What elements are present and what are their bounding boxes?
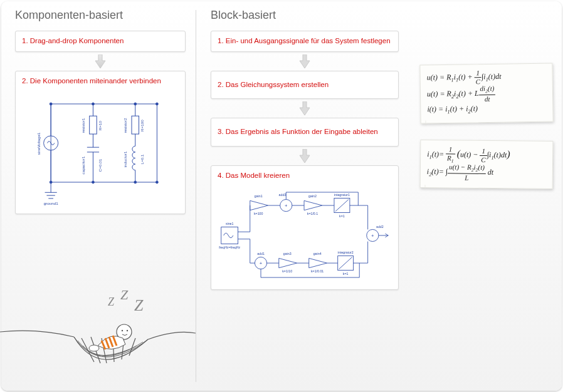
svg-text:freqHz=freqHz: freqHz=freqHz (219, 245, 240, 249)
left-column: Komponenten-basiert 1. Drag-and-drop Kom… (1, 1, 196, 391)
right-title: Block-basiert (211, 9, 552, 22)
svg-text:+: + (260, 260, 263, 266)
equation-note-1: u(t) = R1i1(t) + 1C∫i1(t)dt u(t) = R2i2(… (419, 63, 553, 124)
svg-point-21 (155, 103, 158, 105)
svg-rect-0 (51, 104, 157, 182)
svg-point-25 (155, 181, 158, 183)
svg-text:k=1/10: k=1/10 (282, 269, 292, 273)
svg-text:capacitor1: capacitor1 (81, 156, 85, 174)
arrow-down-icon (15, 54, 186, 68)
svg-text:ground1: ground1 (44, 202, 58, 206)
svg-text:k=1/0.1: k=1/0.1 (307, 212, 318, 215)
svg-point-23 (92, 181, 95, 183)
left-step-2-label: 2. Die Komponenten miteinander verbinden (22, 77, 161, 85)
arrow-down-icon (211, 149, 399, 163)
svg-point-44 (127, 330, 128, 331)
svg-text:C=0.01: C=0.01 (98, 158, 102, 172)
right-step-1: 1. Ein- und Ausgangssignale für das Syst… (211, 31, 399, 52)
svg-text:k=1: k=1 (339, 214, 345, 218)
svg-text:k=1: k=1 (343, 272, 349, 276)
hammock-illustration: Z Z Z (0, 288, 196, 388)
block-diagram: + + (218, 185, 392, 286)
svg-text:add1: add1 (257, 252, 265, 255)
svg-text:sine1: sine1 (226, 222, 234, 225)
svg-text:+: + (285, 203, 288, 209)
svg-point-18 (50, 103, 52, 105)
left-step-2: 2. Die Komponenten miteinander verbinden (15, 71, 186, 215)
svg-point-19 (92, 103, 95, 105)
right-step-4-label: 4. Das Modell kreieren (218, 172, 290, 179)
left-step-1: 1. Drag-and-drop Komponenten (15, 31, 186, 52)
svg-text:gain4: gain4 (313, 252, 322, 255)
svg-text:resistor2: resistor2 (123, 118, 127, 133)
svg-text:Z: Z (108, 296, 115, 308)
svg-text:inductor1: inductor1 (123, 151, 127, 167)
svg-text:gain1: gain1 (255, 194, 263, 198)
svg-text:R=10: R=10 (98, 121, 102, 131)
svg-point-22 (50, 181, 52, 183)
right-step-4: 4. Das Modell kreieren (211, 165, 399, 291)
svg-text:add3: add3 (279, 193, 287, 197)
right-step-2: 2. Das Gleichungssystem erstellen (211, 71, 399, 100)
svg-text:sineVoltage1: sineVoltage1 (36, 132, 41, 155)
svg-text:R=100: R=100 (140, 120, 144, 132)
svg-text:k=100: k=100 (254, 212, 263, 215)
svg-text:+: + (371, 233, 374, 239)
svg-text:L=0.1: L=0.1 (140, 154, 144, 164)
right-column: Block-basiert 1. Ein- und Ausgangssignal… (196, 1, 562, 391)
svg-text:resistor1: resistor1 (81, 118, 85, 133)
svg-rect-9 (90, 116, 97, 134)
svg-point-24 (134, 181, 137, 183)
svg-text:k=1/0.01: k=1/0.01 (311, 269, 324, 273)
svg-text:integrator2: integrator2 (338, 250, 354, 254)
svg-point-45 (89, 345, 99, 351)
left-title: Komponenten-basiert (15, 9, 186, 22)
svg-rect-15 (132, 116, 139, 134)
svg-text:gain2: gain2 (308, 194, 317, 198)
svg-point-43 (122, 330, 123, 331)
svg-text:Z: Z (134, 296, 144, 314)
equation-note-2: i1(t)= 1R1 (u(t) − 1C∫i1(t)dt) i2(t)= ∫u… (420, 140, 554, 189)
svg-text:integrator1: integrator1 (334, 193, 350, 197)
svg-text:add2: add2 (376, 225, 384, 229)
svg-point-20 (134, 103, 137, 105)
circuit-diagram: sineVoltage1 ground1 resistor1 R=10 capa… (22, 91, 179, 210)
arrow-down-icon (211, 54, 399, 68)
arrow-down-icon (211, 101, 399, 115)
svg-text:Z: Z (120, 288, 129, 302)
right-step-3: 3. Das Ergebnis als Funktion der Eingabe… (211, 118, 399, 147)
svg-text:gain3: gain3 (283, 252, 292, 255)
